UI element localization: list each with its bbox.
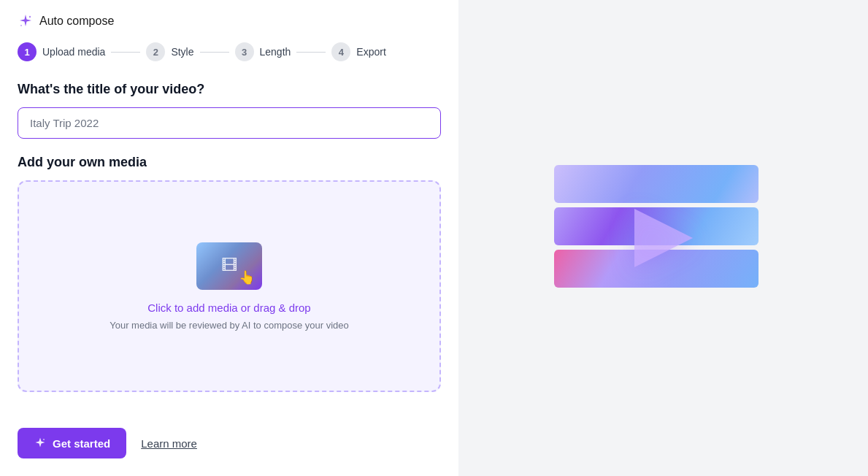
step-connector-3 bbox=[296, 52, 326, 53]
auto-compose-header: Auto compose bbox=[18, 13, 441, 29]
step-4-label: Export bbox=[356, 46, 385, 58]
play-triangle-icon bbox=[634, 209, 693, 267]
step-1-label: Upload media bbox=[42, 46, 105, 58]
auto-compose-title: Auto compose bbox=[39, 15, 114, 28]
bottom-actions: Get started Learn more bbox=[18, 428, 441, 458]
add-media-label: Add your own media bbox=[18, 155, 441, 170]
media-drop-zone[interactable]: 🎞 👆 Click to add media or drag & drop Yo… bbox=[18, 180, 441, 392]
sparkle-icon bbox=[18, 13, 34, 29]
right-panel bbox=[458, 0, 868, 476]
stepper: 1 Upload media 2 Style 3 Length 4 Export bbox=[18, 42, 441, 61]
step-1-number: 1 bbox=[18, 42, 37, 61]
play-button-overlay bbox=[634, 209, 693, 267]
svg-point-0 bbox=[29, 16, 31, 18]
media-thumbnail: 🎞 👆 bbox=[196, 242, 262, 290]
svg-point-2 bbox=[43, 439, 45, 440]
title-question: What's the title of your video? bbox=[18, 82, 441, 97]
left-panel: Auto compose 1 Upload media 2 Style 3 Le… bbox=[0, 0, 458, 476]
step-2-label: Style bbox=[171, 46, 193, 58]
step-2: 2 Style bbox=[146, 42, 193, 61]
step-1: 1 Upload media bbox=[18, 42, 105, 61]
step-2-number: 2 bbox=[146, 42, 165, 61]
video-preview-illustration bbox=[554, 165, 773, 311]
step-connector-2 bbox=[200, 52, 229, 53]
step-3: 3 Length bbox=[235, 42, 291, 61]
svg-point-1 bbox=[20, 25, 22, 26]
cursor-icon: 👆 bbox=[239, 269, 255, 285]
video-title-input[interactable] bbox=[18, 107, 441, 139]
learn-more-button[interactable]: Learn more bbox=[141, 437, 197, 450]
step-3-label: Length bbox=[260, 46, 291, 58]
step-3-number: 3 bbox=[235, 42, 254, 61]
sparkle-btn-icon bbox=[34, 437, 47, 450]
drop-zone-sub: Your media will be reviewed by AI to com… bbox=[110, 320, 349, 331]
drop-zone-label: Click to add media or drag & drop bbox=[147, 302, 310, 314]
step-connector-1 bbox=[111, 52, 140, 53]
get-started-button[interactable]: Get started bbox=[18, 428, 126, 458]
step-4-number: 4 bbox=[331, 42, 350, 61]
step-4: 4 Export bbox=[331, 42, 385, 61]
film-icon: 🎞 bbox=[221, 256, 237, 275]
film-bar-1 bbox=[554, 165, 758, 203]
